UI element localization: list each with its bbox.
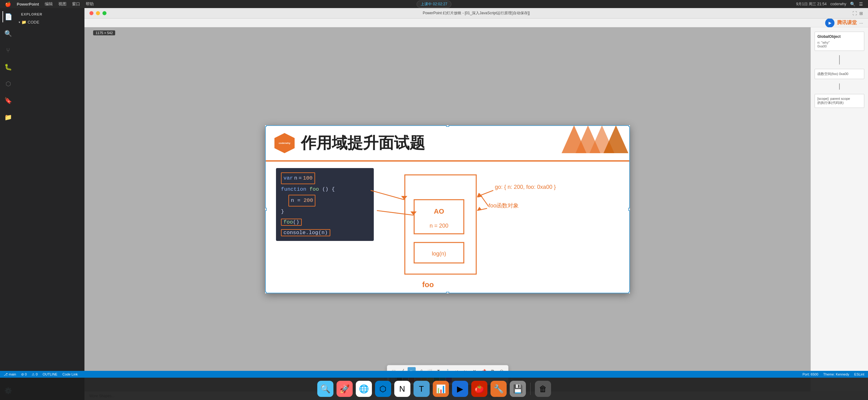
expand-icon[interactable]: ⛶ xyxy=(852,11,857,16)
global-object-box: GlobalObject n: "why" 0xa00 xyxy=(815,32,864,51)
dock-notion[interactable]: N xyxy=(394,381,410,397)
errors-count: ⊘ 0 xyxy=(21,372,27,376)
dock-app7[interactable]: ▶ xyxy=(452,381,468,397)
svg-marker-19 xyxy=(477,207,482,210)
dock-app9[interactable]: 🔧 xyxy=(491,381,507,397)
code-line1-box: var n = 100 xyxy=(281,172,315,184)
sidebar-icon-extensions[interactable]: ⬡ xyxy=(2,78,14,89)
dock-divider xyxy=(530,382,531,395)
go-item2: 0xa00 xyxy=(817,44,862,48)
slide-canvas: 1175 × 542 xyxy=(85,27,811,391)
dock-storage[interactable]: 💾 xyxy=(510,381,526,397)
menu-edit[interactable]: 编辑 xyxy=(45,1,53,7)
sidebar-icon-bookmark[interactable]: 🔖 xyxy=(2,95,14,106)
code-line2: function foo () { xyxy=(281,184,369,195)
system-menubar: 🍎 PowerPoint 编辑 视图 窗口 帮助 上课中 02:02:27 9月… xyxy=(0,0,868,8)
handle-tr[interactable] xyxy=(628,125,630,127)
tencent-play-button[interactable]: ▶ xyxy=(825,18,834,28)
parent-label: [scope]: parent scope xyxy=(817,97,862,100)
coderwhy-logo: coderwhy xyxy=(274,133,294,153)
code-n200-box: n = 200 xyxy=(288,195,315,206)
dock-launchpad[interactable]: 🚀 xyxy=(337,381,353,397)
code-block: var n = 100 function foo () { xyxy=(276,168,374,241)
slide-title: 作用域提升面试题 xyxy=(301,133,425,154)
apple-logo[interactable]: 🍎 xyxy=(5,1,11,7)
scope-label: 函数空间(foo) 0xa00 xyxy=(817,72,862,76)
warnings-count: ⚠ 0 xyxy=(32,372,37,376)
chevron-down-icon: ▾ xyxy=(19,21,20,24)
system-user: coderwhy xyxy=(831,2,846,6)
code-equals: = xyxy=(299,173,302,184)
sidebar-icon-files[interactable]: 📄 xyxy=(2,11,14,22)
explorer-folder[interactable]: ▾ 📁 CODE xyxy=(16,19,84,26)
search-icon[interactable]: 🔍 xyxy=(850,2,855,6)
ppt-close-btn[interactable] xyxy=(89,11,93,15)
dock-finder[interactable]: 🔍 xyxy=(317,381,333,397)
menu-window[interactable]: 窗口 xyxy=(72,1,80,7)
code-line6: console.log(n) xyxy=(281,228,369,238)
explorer-title: EXPLORER xyxy=(16,8,84,19)
connector-line xyxy=(815,55,864,65)
code-line4: } xyxy=(281,206,369,217)
code-line1: var n = 100 xyxy=(281,172,369,184)
timer-badge: 上课中 02:02:27 xyxy=(416,1,452,8)
taskbar: 🔍 🚀 🌐 ⬡ N T 📊 ▶ 🍅 🔧 💾 🗑 xyxy=(0,378,868,400)
handle-bl[interactable] xyxy=(265,292,267,293)
folder-name: CODE xyxy=(28,20,39,25)
activity-bar: 📄 🔍 ⑂ 🐛 ⬡ 🔖 📁 👤 ⚙️ xyxy=(0,8,16,400)
git-branch[interactable]: ⎇ main xyxy=(4,372,16,376)
tencent-more[interactable]: ··· xyxy=(859,21,863,26)
sidebar-toggle-icon[interactable]: ⊞ xyxy=(859,11,863,16)
code-log-box: console.log(n) xyxy=(281,229,330,236)
menu-help[interactable]: 帮助 xyxy=(86,1,94,7)
ppt-window-title: PowerPoint 幻灯片放映 - [01_深入JavaScript运行原理[… xyxy=(423,10,530,16)
system-date: 9月1日 周三 21:54 xyxy=(796,2,827,7)
code-val-100: 100 xyxy=(303,173,313,184)
menu-icon[interactable]: ☰ xyxy=(859,2,863,6)
theme-status[interactable]: Theme: Kennedy xyxy=(823,372,849,376)
dock-trash[interactable]: 🗑 xyxy=(535,381,551,397)
ppt-content: 1175 × 542 xyxy=(85,27,868,391)
main-area: PowerPoint 幻灯片放映 - [01_深入JavaScript运行原理[… xyxy=(85,8,868,400)
app-area: 📄 🔍 ⑂ 🐛 ⬡ 🔖 📁 👤 ⚙️ EXPLORER ▾ 📁 CODE xyxy=(0,8,868,400)
sidebar-icon-debug[interactable]: 🐛 xyxy=(2,61,14,72)
ppt-menubar: ▶ 腾讯课堂 ··· xyxy=(85,19,868,27)
menu-view[interactable]: 视图 xyxy=(58,1,66,7)
svg-text:foo函数对象: foo函数对象 xyxy=(489,202,519,209)
code-line5: foo() xyxy=(281,217,369,228)
handle-mr[interactable] xyxy=(628,208,630,211)
foo-annotation: foo xyxy=(422,280,434,289)
eslint-status[interactable]: ESLint xyxy=(854,372,864,376)
sidebar-icon-search[interactable]: 🔍 xyxy=(2,28,14,39)
code-var-keyword: var xyxy=(283,173,293,184)
go-item1: n: "why" xyxy=(817,41,862,44)
ppt-tencent-header: ▶ 腾讯课堂 ··· xyxy=(825,18,863,28)
code-line3: n = 200 xyxy=(281,195,369,206)
code-var-n: n xyxy=(294,173,298,184)
slide-size-indicator: 1175 × 542 xyxy=(93,30,115,35)
handle-tl[interactable] xyxy=(265,125,267,127)
deco-triangles xyxy=(562,125,630,153)
dock-typora[interactable]: T xyxy=(413,381,430,397)
handle-bc[interactable] xyxy=(446,292,449,293)
handle-tc[interactable] xyxy=(446,125,449,127)
sidebar-icon-git[interactable]: ⑂ xyxy=(2,45,14,56)
dock-chrome[interactable]: 🌐 xyxy=(356,381,372,397)
dock-ppt[interactable]: 📊 xyxy=(433,381,449,397)
port-status[interactable]: Port: 6500 xyxy=(803,372,818,376)
ppt-maximize-btn[interactable] xyxy=(102,11,106,15)
ppt-traffic-lights xyxy=(89,11,106,15)
outline-label[interactable]: OUTLINE xyxy=(42,372,57,376)
explorer-panel: EXPLORER ▾ 📁 CODE xyxy=(16,8,85,400)
svg-text:go: { n: 200, foo: 0xa00 }: go: { n: 200, foo: 0xa00 } xyxy=(495,184,556,190)
dock-tomato[interactable]: 🍅 xyxy=(471,381,487,397)
dock-vscode[interactable]: ⬡ xyxy=(375,381,391,397)
code-link-label[interactable]: Code Link xyxy=(62,372,78,376)
handle-br[interactable] xyxy=(628,292,630,293)
ppt-minimize-btn[interactable] xyxy=(96,11,100,15)
slide-header: coderwhy 作用域提升面试题 xyxy=(265,125,630,161)
handle-ml[interactable] xyxy=(265,208,267,211)
statusbar-right: Port: 6500 Theme: Kennedy ESLint xyxy=(803,372,864,376)
menu-powerpoint[interactable]: PowerPoint xyxy=(17,2,39,6)
sidebar-icon-folder[interactable]: 📁 xyxy=(2,112,14,123)
